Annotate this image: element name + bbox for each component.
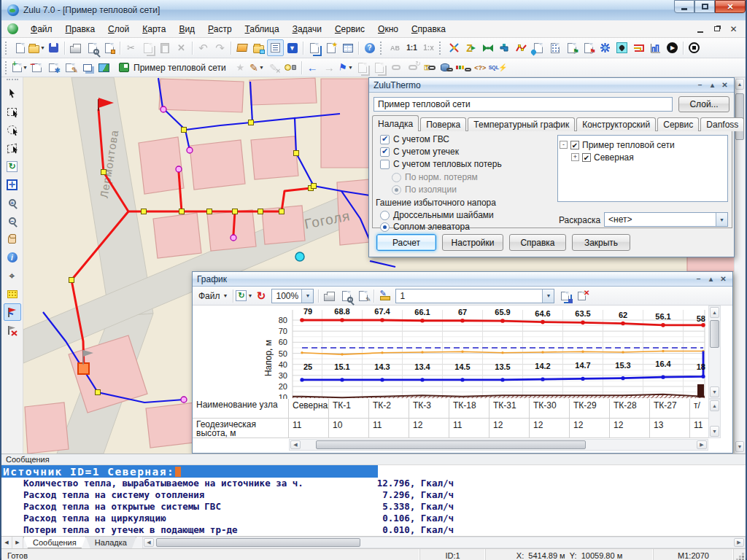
mdi-minimize-button[interactable] [692,23,708,35]
sql-icon[interactable]: SQL⚡ [489,59,508,76]
valve-icon[interactable] [479,39,496,56]
active-layer-label[interactable]: Пример тепловой сети [132,63,232,73]
tab-danfoss[interactable]: Danfoss [700,117,744,131]
table-cell[interactable]: 12 [409,419,449,438]
tab-messages[interactable]: Сообщения [23,537,86,548]
graph-refresh-icon[interactable]: ↻▼ [236,287,252,304]
checkbox-gvs[interactable]: С учетом ГВС [380,134,449,144]
help-icon[interactable]: ? [361,39,378,56]
menu-layer[interactable]: Слой [101,21,136,37]
map-copy-icon[interactable] [306,39,322,56]
go-back-icon[interactable]: ← [304,59,321,76]
table-cell[interactable]: 11 [449,419,489,438]
network-flag-delete-icon[interactable] [4,322,21,339]
table-icon[interactable] [339,39,356,56]
table-cell[interactable]: ТК-31 [489,399,530,419]
paste-image-icon[interactable] [101,39,117,56]
menu-help[interactable]: Справка [405,21,452,37]
find-key-icon[interactable]: ⚿ [422,59,438,76]
tree-expand-icon[interactable]: + [571,153,579,161]
message-line[interactable]: Потери тепла от утечек в подающем тр-де0… [1,524,746,536]
table-cell[interactable]: 12 [489,419,530,438]
dialog-close-icon[interactable]: ✕ [717,274,729,284]
print-preview-icon[interactable] [84,39,101,56]
scroll-left-icon[interactable]: ◀ [144,538,154,547]
radio-throttle-washers[interactable]: Дроссельными шайбами [380,210,494,220]
messages-header[interactable]: Сообщения [1,454,746,465]
piping-icon[interactable] [630,39,647,56]
message-line[interactable]: Расход тепла на открытые системы ГВС5.33… [1,501,746,513]
minimize-button[interactable] [674,0,694,13]
network-flag-icon[interactable] [4,303,21,321]
table-cell[interactable]: ТК-1 [329,399,369,419]
tree-collapse-icon[interactable]: - [560,141,568,149]
menu-file[interactable]: Файл [24,21,59,37]
layer-settings-icon[interactable]: ✱ [45,59,62,76]
message-line[interactable]: Количество тепла, вырабатываемое на исто… [1,478,746,489]
tab-naladka-bottom[interactable]: Наладка [86,537,136,548]
settings-button[interactable]: Настройки [442,234,503,251]
tab-scroll-right-icon[interactable]: ▶ [12,537,23,548]
graph-print-preview-icon[interactable] [338,287,355,304]
map-open-icon[interactable] [250,39,267,56]
selected-message-line[interactable]: Источник ID=1 Северная: [1,465,378,478]
piezometer-icon[interactable] [513,39,530,56]
tab-temp-graph[interactable]: Температурный график [468,117,575,131]
radio-norm-losses[interactable]: По норм. потерям [392,172,478,182]
chart-vertical-scrollbar[interactable]: ▲ ▼ [708,306,721,399]
menu-view[interactable]: Вид [172,21,201,37]
tab-poverka[interactable]: Поверка [420,117,466,131]
menu-edit[interactable]: Правка [59,21,102,37]
copy-objects-icon[interactable] [355,59,371,76]
zuluthermo-title-bar[interactable]: ZuluThermo – ▴ ✕ [369,78,734,93]
close-button[interactable]: ✕ [715,0,746,13]
table-cell[interactable]: ТК-27 [650,399,690,419]
menu-tasks[interactable]: Задачи [286,21,328,37]
messages-body[interactable]: Источник ID=1 Северная: Количество тепла… [1,465,746,536]
table-cell[interactable]: 12 [610,419,650,438]
table-cell[interactable]: 12 [530,419,570,438]
mdi-close-button[interactable]: ✕ [726,23,741,35]
node-target-icon[interactable]: ⌖ [4,267,21,284]
select-circle-icon[interactable] [4,121,21,139]
table-cell[interactable]: 11 [690,419,708,438]
graph-title-bar[interactable]: График – ▴ ✕ [193,272,732,287]
radio-insulation[interactable]: По изоляции [392,184,457,195]
select-polygon-icon[interactable] [4,139,21,157]
copy-objects-2-icon[interactable] [371,59,388,76]
flag-document-green-icon[interactable]: ⚑ [563,39,580,56]
scale-1-x-icon[interactable]: 1:х [420,39,437,56]
map-import-icon[interactable]: ▼ [284,39,301,56]
stop-calculation-icon[interactable] [686,39,703,56]
pan-hand-icon[interactable] [4,230,21,248]
table-cell[interactable]: ТК-18 [449,399,489,419]
scale-1-1-icon[interactable]: 1:1 [403,39,420,56]
scroll-down-icon[interactable]: ▼ [710,386,719,397]
drop-document-icon[interactable] [530,39,546,56]
table-document-icon[interactable] [546,39,563,56]
checkbox-leaks[interactable]: С учетом утечек [380,147,459,157]
refresh-map-icon[interactable]: ↻ [4,158,21,175]
label-ab-icon[interactable]: АВ [387,39,403,56]
graph-save-template-icon[interactable] [557,287,573,304]
print-icon[interactable] [67,39,84,56]
map-legend-icon[interactable] [267,39,284,56]
graph-file-menu[interactable]: Файл▼ [196,287,231,304]
nav-flag-icon[interactable]: ⚑▼ [338,59,355,76]
thermo-gear-icon[interactable] [597,39,614,56]
scroll-up-icon[interactable]: ▲ [735,79,744,90]
layer-remove-icon[interactable]: − [28,59,45,76]
tab-servis[interactable]: Сервис [657,117,699,131]
menu-map[interactable]: Карта [136,21,172,37]
maximize-button[interactable] [694,0,715,13]
highlight-area-icon[interactable] [4,285,21,303]
checkbox-heat-losses[interactable]: С учетом тепловых потерь [380,159,502,169]
select-rectangle-icon[interactable] [4,103,21,120]
find-query-icon[interactable]: <?> [472,59,489,76]
table-cell[interactable]: ТК-30 [530,399,570,419]
find-database-icon[interactable] [438,59,455,76]
scroll-left-icon[interactable]: ◀ [290,440,301,449]
zoom-extent-icon[interactable]: ✛ [4,176,21,193]
scroll-down-icon[interactable]: ▼ [710,426,719,437]
graph-page-setup-icon[interactable]: ✎ [355,287,371,304]
